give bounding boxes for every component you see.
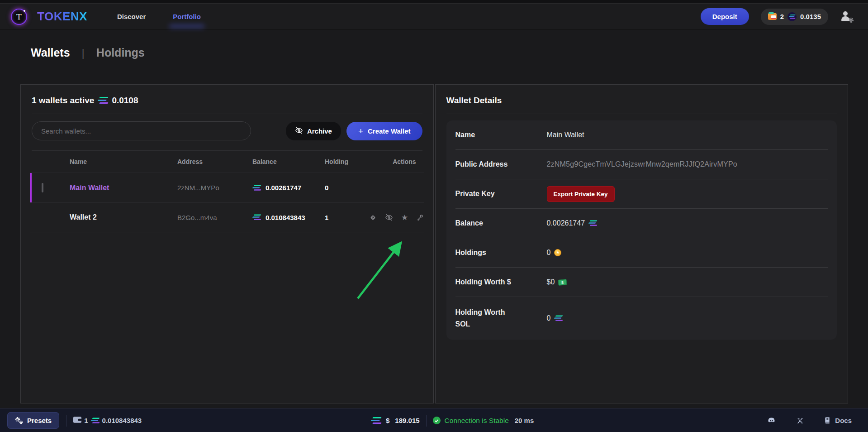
- wallet-balance: 0.00261747: [266, 184, 301, 192]
- logo-letter: T: [16, 12, 21, 21]
- footer-wallet-balance: 0.010843843: [102, 417, 142, 424]
- favorite-star-icon[interactable]: ★: [401, 214, 408, 221]
- presets-button[interactable]: Presets: [7, 412, 59, 429]
- price-symbol: $: [386, 417, 389, 424]
- wallet-icon: [73, 417, 81, 424]
- gear-icon: [848, 17, 854, 24]
- col-actions: Actions: [369, 158, 424, 165]
- solana-icon: [253, 185, 261, 191]
- balance-label: Balance: [455, 219, 547, 227]
- sol-balance: 0.0135: [800, 13, 821, 20]
- private-key-label: Private Key: [455, 190, 547, 198]
- col-balance: Balance: [252, 158, 325, 165]
- brand-title: TOKENX: [37, 10, 87, 24]
- footer-right: Docs: [766, 417, 868, 424]
- active-wallets-summary: 1 0.010843843: [73, 417, 142, 424]
- main-content: 1 wallets active 0.0108 Archive + Create…: [20, 84, 848, 403]
- deposit-button[interactable]: Deposit: [701, 8, 749, 25]
- wallet-address: B2Go...m4va: [177, 214, 252, 221]
- balance-value: 0.00261747: [547, 219, 585, 227]
- row-actions: ★: [369, 213, 431, 221]
- wallets-table: Name Address Balance Holding Actions Mai…: [30, 151, 424, 232]
- solana-icon: [91, 418, 99, 423]
- detail-row-private-key: Private Key Export Private Key: [455, 179, 828, 209]
- holdings-label: Holdings: [455, 249, 547, 257]
- solana-icon: [372, 417, 380, 424]
- wallets-active-sol: 0.0108: [112, 96, 138, 106]
- hide-wallet-icon[interactable]: [385, 213, 393, 221]
- worth-sol-label: Holding Worth SOL: [455, 307, 509, 330]
- divider: [32, 114, 422, 114]
- discord-icon[interactable]: [766, 417, 777, 424]
- archive-button[interactable]: Archive: [286, 122, 341, 140]
- account-balance-chip[interactable]: 2 0.0135: [761, 9, 828, 25]
- details-card: Name Main Wallet Public Address 2zNM5g9C…: [446, 120, 837, 340]
- gears-icon: [15, 417, 23, 424]
- app: T TOKENX Discover Portfolio Deposit 2 0.…: [0, 0, 868, 432]
- app-logo[interactable]: T: [11, 9, 27, 25]
- plus-icon: +: [358, 127, 363, 135]
- active-tab-glow: [169, 25, 204, 28]
- worth-usd-label: Holding Worth $: [455, 278, 547, 286]
- nav-portfolio-label: Portfolio: [173, 13, 201, 20]
- coin-icon: ★: [554, 249, 561, 256]
- col-holding: Holding: [325, 158, 369, 165]
- presets-label: Presets: [27, 417, 52, 424]
- wallet-name: Wallet 2: [70, 213, 177, 221]
- public-address-label: Public Address: [455, 160, 547, 168]
- dollar-bill-icon: [558, 279, 567, 286]
- search-input[interactable]: [32, 121, 251, 140]
- tab-holdings[interactable]: Holdings: [96, 46, 145, 59]
- navbar: T TOKENX Discover Portfolio Deposit 2 0.…: [0, 4, 868, 30]
- detail-row-worth-sol: Holding Worth SOL 0: [455, 297, 828, 340]
- export-private-key-button[interactable]: Export Private Key: [547, 186, 615, 202]
- wallet-address: 2zNM...MYPo: [177, 184, 252, 192]
- row-checkbox[interactable]: [42, 183, 43, 192]
- main-nav: Discover Portfolio: [117, 13, 201, 20]
- wallet-holding: 1: [325, 214, 369, 221]
- page-tabs: Wallets | Holdings: [0, 30, 868, 59]
- nav-portfolio[interactable]: Portfolio: [173, 13, 201, 20]
- sol-price: $ 189.015: [372, 417, 420, 424]
- status-bar: Presets 1 0.010843843 $ 189.015: [0, 408, 868, 432]
- x-twitter-icon[interactable]: [797, 417, 804, 424]
- create-wallet-label: Create Wallet: [368, 127, 410, 135]
- solana-icon: [99, 97, 107, 104]
- detail-row-public-address: Public Address 2zNM5g9CgecTmVLGJejzswrMn…: [455, 150, 828, 179]
- detail-row-worth-usd: Holding Worth $ $0: [455, 268, 828, 297]
- connection-status-text: Connection is Stable: [445, 417, 509, 425]
- footer-left: Presets 1 0.010843843: [0, 412, 142, 429]
- docs-link[interactable]: Docs: [824, 417, 852, 424]
- send-icon[interactable]: [369, 214, 377, 221]
- latency-value: 20 ms: [515, 417, 534, 424]
- book-icon: [824, 417, 831, 424]
- solana-coin-icon: [787, 12, 797, 21]
- eye-off-icon: [295, 126, 303, 136]
- holdings-value: 0: [547, 249, 551, 257]
- tab-divider: |: [82, 47, 85, 59]
- table-header: Name Address Balance Holding Actions: [30, 151, 424, 173]
- detail-row-holdings: Holdings 0 ★: [455, 238, 828, 268]
- export-key-icon[interactable]: [416, 214, 424, 221]
- solana-icon: [589, 220, 597, 226]
- wallet-controls: Archive + Create Wallet: [32, 121, 422, 140]
- wallets-active-text: 1 wallets active: [32, 96, 94, 106]
- nav-discover[interactable]: Discover: [117, 13, 146, 20]
- wallet-count: 2: [780, 13, 784, 20]
- connection-status: Connection is Stable 20 ms: [433, 417, 534, 425]
- worth-usd-value: $0: [547, 278, 555, 286]
- solana-icon: [253, 214, 261, 220]
- table-row-main-wallet[interactable]: Main Wallet 2zNM...MYPo 0.00261747 0: [30, 173, 424, 202]
- name-label: Name: [455, 131, 547, 139]
- top-strip: [0, 0, 868, 4]
- create-wallet-button[interactable]: + Create Wallet: [346, 122, 422, 140]
- archive-label: Archive: [307, 127, 332, 135]
- wallet-emoji-icon: [768, 13, 777, 20]
- table-row-wallet-2[interactable]: Wallet 2 B2Go...m4va 0.010843843 1: [30, 202, 424, 232]
- account-settings-button[interactable]: [840, 11, 853, 23]
- worth-sol-value: 0: [547, 314, 551, 322]
- wallets-summary: 1 wallets active 0.0108: [21, 85, 433, 114]
- solana-icon: [555, 315, 562, 321]
- tab-wallets[interactable]: Wallets: [31, 46, 70, 59]
- public-address-value[interactable]: 2zNM5g9CgecTmVLGJejzswrMnw2qemRJJfQ2Airv…: [547, 160, 828, 168]
